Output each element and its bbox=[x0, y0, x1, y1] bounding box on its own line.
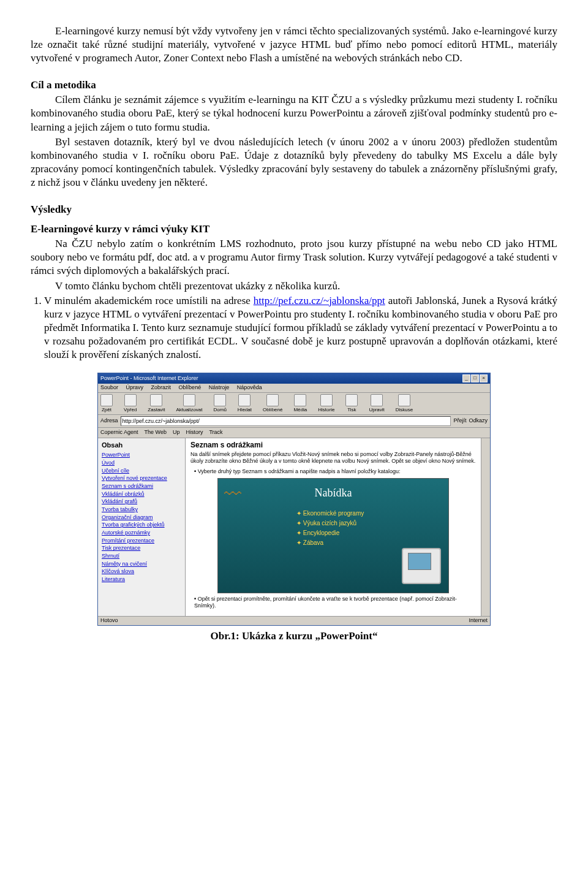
stop-icon bbox=[150, 394, 162, 406]
close-icon[interactable]: × bbox=[480, 374, 488, 382]
subheading-kurzy: E-learningové kurzy v rámci výuky KIT bbox=[31, 222, 557, 236]
browser-content: Obsah PowerPoint Úvod Učební cíle Vytvoř… bbox=[98, 438, 490, 616]
vertical-scrollbar[interactable] bbox=[481, 438, 490, 616]
address-bar: Adresa Přejít Odkazy bbox=[98, 415, 490, 428]
heading-vysledky: Výsledky bbox=[31, 203, 557, 216]
home-button[interactable]: Domů bbox=[214, 394, 227, 413]
cil-para2: Byl sestaven dotazník, který byl ve dvou… bbox=[31, 135, 557, 189]
copernic-bar: Copernic Agent The Web Up History Track bbox=[98, 428, 490, 438]
sidebar-link[interactable]: PowerPoint bbox=[102, 452, 181, 459]
go-button[interactable]: Přejít bbox=[453, 417, 466, 425]
history-icon bbox=[320, 394, 333, 406]
sidebar-link[interactable]: Tvorba grafických objektů bbox=[102, 522, 181, 529]
browser-menubar: Soubor Úpravy Zobrazit Oblíbené Nástroje… bbox=[98, 384, 490, 393]
powerpoint-slide: 〰 Nabídka Ekonomické programy Výuka cizí… bbox=[217, 478, 449, 593]
back-icon bbox=[100, 394, 113, 406]
slide-bullet: Výuka cizích jazyků bbox=[296, 519, 443, 528]
browser-title: PowerPoint - Microsoft Internet Explorer bbox=[100, 375, 198, 382]
menu-item[interactable]: Úpravy bbox=[126, 384, 144, 390]
list1-pre: V minulém akademickém roce umístili na a… bbox=[44, 295, 254, 306]
maximize-icon[interactable]: □ bbox=[471, 374, 479, 382]
browser-titlebar: PowerPoint - Microsoft Internet Explorer… bbox=[98, 373, 490, 384]
sidebar-link[interactable]: Seznam s odrážkami bbox=[102, 483, 181, 490]
sidebar-link[interactable]: Organizační diagram bbox=[102, 514, 181, 522]
cil-para1: Cílem článku je seznámit zájemce s využi… bbox=[31, 93, 557, 134]
slide-bullet: Encyklopedie bbox=[296, 528, 443, 538]
menu-item[interactable]: Zobrazit bbox=[151, 384, 172, 390]
star-icon bbox=[266, 394, 279, 406]
browser-screenshot: PowerPoint - Microsoft Internet Explorer… bbox=[97, 373, 491, 625]
stop-button[interactable]: Zastavit bbox=[148, 394, 165, 413]
main-description: Na další snímek přejdete pomocí příkazu … bbox=[190, 451, 476, 465]
copernic-history[interactable]: History bbox=[186, 429, 203, 436]
status-left: Hotovo bbox=[100, 617, 118, 625]
sidebar-link[interactable]: Shrnutí bbox=[102, 553, 181, 560]
sidebar-link[interactable]: Klíčová slova bbox=[102, 568, 181, 576]
history-button[interactable]: Historie bbox=[318, 394, 334, 413]
slide-bullet: Zábava bbox=[296, 538, 443, 548]
window-buttons: _□× bbox=[462, 374, 488, 382]
intro-paragraph: E-learningové kurzy nemusí být vždy vytv… bbox=[31, 25, 557, 65]
edit-icon bbox=[371, 394, 383, 406]
course-main: Seznam s odrážkami Na další snímek přejd… bbox=[186, 438, 481, 616]
sidebar-title: Obsah bbox=[102, 441, 181, 449]
heading-cil: Cíl a metodika bbox=[31, 78, 557, 92]
slide-title: Nabídka bbox=[223, 486, 443, 500]
edit-button[interactable]: Upravit bbox=[369, 394, 384, 413]
print-icon bbox=[345, 394, 358, 406]
browser-statusbar: Hotovo Internet bbox=[98, 616, 490, 625]
refresh-button[interactable]: Aktualizovat bbox=[176, 394, 202, 413]
vysl-para1: Na ČZU nebylo zatím o konkrétním LMS roz… bbox=[31, 237, 557, 278]
copernic-up[interactable]: Up bbox=[173, 429, 180, 436]
copernic-label: Copernic Agent bbox=[100, 429, 138, 436]
slide-bullet: Ekonomické programy bbox=[296, 509, 443, 519]
sidebar-link[interactable]: Tvorba tabulky bbox=[102, 506, 181, 514]
menu-item[interactable]: Oblíbené bbox=[179, 384, 202, 390]
status-right: Internet bbox=[469, 617, 488, 625]
vysl-para2: V tomto článku bychom chtěli prezentovat… bbox=[31, 279, 557, 293]
sidebar-link[interactable]: Úvod bbox=[102, 460, 181, 467]
sidebar-link[interactable]: Literatura bbox=[102, 576, 181, 583]
sidebar-link[interactable]: Učební cíle bbox=[102, 468, 181, 475]
favorites-button[interactable]: Oblíbené bbox=[263, 394, 282, 413]
search-icon bbox=[238, 394, 251, 406]
media-icon bbox=[294, 394, 306, 406]
sidebar-link[interactable]: Autorské poznámky bbox=[102, 530, 181, 537]
forward-icon bbox=[124, 394, 137, 406]
sidebar-link[interactable]: Vytvoření nové prezentace bbox=[102, 475, 181, 482]
kurz-link[interactable]: http://pef.czu.cz/~jablonska/ppt bbox=[254, 295, 385, 306]
menu-item[interactable]: Nápověda bbox=[237, 384, 262, 390]
minimize-icon[interactable]: _ bbox=[462, 374, 470, 382]
sidebar-link[interactable]: Tisk prezentace bbox=[102, 545, 181, 552]
sidebar-link[interactable]: Vkládání obrázků bbox=[102, 491, 181, 498]
figure-caption: Obr.1: Ukázka z kurzu „PowerPoint“ bbox=[31, 629, 557, 643]
address-input[interactable] bbox=[121, 416, 451, 426]
sidebar-link[interactable]: Vkládání grafů bbox=[102, 498, 181, 506]
forward-button[interactable]: Vpřed bbox=[124, 394, 137, 413]
back-button[interactable]: Zpět bbox=[100, 394, 113, 413]
instruction-bullet-2: Opět si prezentaci promítněte, promítání… bbox=[194, 596, 476, 610]
print-button[interactable]: Tisk bbox=[345, 394, 358, 413]
browser-toolbar: Zpět Vpřed Zastavit Aktualizovat Domů Hl… bbox=[98, 393, 490, 415]
discuss-icon bbox=[398, 394, 410, 406]
main-title: Seznam s odrážkami bbox=[190, 441, 476, 450]
menu-item[interactable]: Nástroje bbox=[209, 384, 230, 390]
search-button[interactable]: Hledat bbox=[238, 394, 252, 413]
copernic-track[interactable]: Track bbox=[209, 429, 222, 436]
slide-bullet-list: Ekonomické programy Výuka cizích jazyků … bbox=[272, 509, 443, 548]
slide-decor-icon: 〰 bbox=[224, 484, 241, 506]
refresh-icon bbox=[183, 394, 195, 406]
links-label[interactable]: Odkazy bbox=[469, 417, 488, 425]
list-item-1: V minulém akademickém roce umístili na a… bbox=[44, 294, 557, 362]
sidebar-link[interactable]: Náměty na cvičení bbox=[102, 561, 181, 568]
instruction-bullet-1: Vyberte druhý typ Seznam s odrážkami a n… bbox=[194, 468, 476, 476]
computer-clipart-icon bbox=[402, 548, 441, 584]
media-button[interactable]: Média bbox=[293, 394, 307, 413]
course-sidebar: Obsah PowerPoint Úvod Učební cíle Vytvoř… bbox=[98, 438, 186, 616]
discuss-button[interactable]: Diskuse bbox=[396, 394, 413, 413]
addr-label: Adresa bbox=[100, 417, 118, 425]
sidebar-link[interactable]: Promítání prezentace bbox=[102, 538, 181, 545]
copernic-web[interactable]: The Web bbox=[145, 429, 167, 436]
menu-item[interactable]: Soubor bbox=[100, 384, 118, 390]
home-icon bbox=[214, 394, 226, 406]
